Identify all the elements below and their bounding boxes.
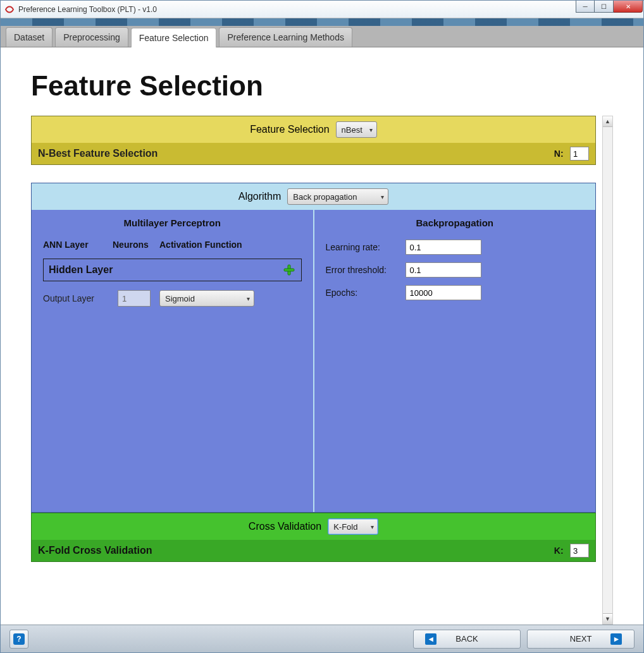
algorithm-panel: Algorithm Back propagation Multilayer Pe… (31, 183, 596, 513)
col-neurons: Neurons (113, 240, 159, 250)
feature-selection-dropdown[interactable]: nBest (336, 121, 377, 138)
page-title: Feature Selection (31, 70, 613, 102)
output-activation-dropdown[interactable]: Sigmoid (159, 290, 254, 307)
tab-feature-selection[interactable]: Feature Selection (131, 28, 217, 47)
nbest-n-group: N: (554, 147, 589, 161)
cross-validation-panel: Cross Validation K-Fold K-Fold Cross Val… (31, 513, 596, 562)
footer: ? ◄ BACK NEXT ► (1, 625, 643, 652)
output-layer-row: Output Layer Sigmoid (43, 290, 302, 307)
tabstrip: Dataset Preprocessing Feature Selection … (1, 26, 643, 47)
feature-selection-label: Feature Selection (250, 124, 329, 135)
back-button[interactable]: ◄ BACK (413, 630, 521, 649)
plus-icon (283, 264, 295, 276)
arrow-left-icon: ◄ (425, 633, 437, 645)
kfold-title: K-Fold Cross Validation (38, 545, 152, 556)
tab-preprocessing[interactable]: Preprocessing (55, 27, 128, 47)
cv-header: Cross Validation K-Fold (32, 513, 595, 540)
window-title: Preference Learning Toolbox (PLT) - v1.0 (18, 5, 157, 14)
n-label: N: (554, 149, 564, 159)
content: Feature Selection nBest N-Best Feature S… (31, 116, 598, 625)
svg-rect-1 (284, 269, 294, 271)
scroll-track[interactable] (603, 127, 612, 613)
hidden-layer-label: Hidden Layer (49, 264, 113, 276)
learning-rate-row: Learning rate: (326, 240, 585, 255)
mlp-title: Multilayer Perceptron (43, 217, 302, 228)
algorithm-dropdown[interactable]: Back propagation (287, 188, 388, 205)
arrow-right-icon: ► (610, 633, 622, 645)
k-input[interactable] (570, 544, 589, 558)
output-neurons-input (118, 290, 151, 307)
tab-dataset[interactable]: Dataset (6, 27, 53, 47)
error-threshold-input[interactable] (406, 262, 481, 278)
epochs-row: Epochs: (326, 285, 585, 300)
epochs-input[interactable] (406, 285, 481, 300)
add-hidden-layer-button[interactable] (282, 263, 296, 277)
tab-preference-learning[interactable]: Preference Learning Methods (219, 27, 352, 47)
backprop-column: Backpropagation Learning rate: Error thr… (313, 210, 596, 512)
col-ann-layer: ANN Layer (43, 240, 113, 250)
error-threshold-row: Error threshold: (326, 262, 585, 278)
feature-selection-panel: Feature Selection nBest N-Best Feature S… (31, 116, 596, 165)
maximize-button[interactable]: ☐ (595, 1, 614, 13)
help-button[interactable]: ? (9, 630, 28, 649)
next-label: NEXT (570, 634, 592, 644)
kfold-bar: K-Fold Cross Validation K: (32, 540, 595, 561)
hidden-layer-row[interactable]: Hidden Layer (43, 259, 302, 281)
nbest-bar: N-Best Feature Selection N: (32, 143, 595, 164)
scroll-down-button[interactable]: ▼ (603, 613, 612, 624)
window-buttons: ─ ☐ ✕ (576, 1, 643, 13)
close-button[interactable]: ✕ (614, 1, 643, 13)
scroll-zone: Feature Selection nBest N-Best Feature S… (31, 116, 613, 625)
epochs-label: Epochs: (326, 288, 399, 298)
nbest-title: N-Best Feature Selection (38, 148, 158, 159)
back-label: BACK (455, 634, 478, 644)
minimize-button[interactable]: ─ (576, 1, 595, 13)
n-input[interactable] (570, 147, 589, 161)
k-label: K: (554, 546, 564, 556)
app-window: Preference Learning Toolbox (PLT) - v1.0… (0, 0, 644, 653)
scroll-up-button[interactable]: ▲ (603, 116, 612, 127)
cv-dropdown[interactable]: K-Fold (328, 518, 378, 535)
algorithm-label: Algorithm (238, 191, 282, 202)
header-decor (1, 18, 643, 26)
mlp-column: Multilayer Perceptron ANN Layer Neurons … (32, 210, 313, 512)
learning-rate-label: Learning rate: (326, 242, 399, 252)
titlebar: Preference Learning Toolbox (PLT) - v1.0… (1, 1, 643, 18)
error-threshold-label: Error threshold: (326, 265, 399, 275)
help-icon: ? (13, 633, 25, 645)
main-area: Dataset Preprocessing Feature Selection … (1, 18, 643, 652)
feature-selection-header: Feature Selection nBest (32, 116, 595, 143)
backprop-title: Backpropagation (326, 217, 585, 228)
col-activation: Activation Function (159, 240, 302, 250)
algorithm-header: Algorithm Back propagation (32, 183, 595, 210)
kfold-k-group: K: (554, 544, 589, 558)
algorithm-body: Multilayer Perceptron ANN Layer Neurons … (32, 210, 595, 512)
learning-rate-input[interactable] (406, 240, 481, 255)
output-layer-label: Output Layer (43, 293, 109, 303)
app-icon (4, 4, 15, 15)
next-button[interactable]: NEXT ► (527, 630, 635, 649)
page-body: Feature Selection Feature Selection nBes… (1, 47, 643, 625)
mlp-headers: ANN Layer Neurons Activation Function (43, 240, 302, 250)
cv-label: Cross Validation (249, 521, 321, 532)
vertical-scrollbar[interactable]: ▲ ▼ (602, 116, 613, 625)
